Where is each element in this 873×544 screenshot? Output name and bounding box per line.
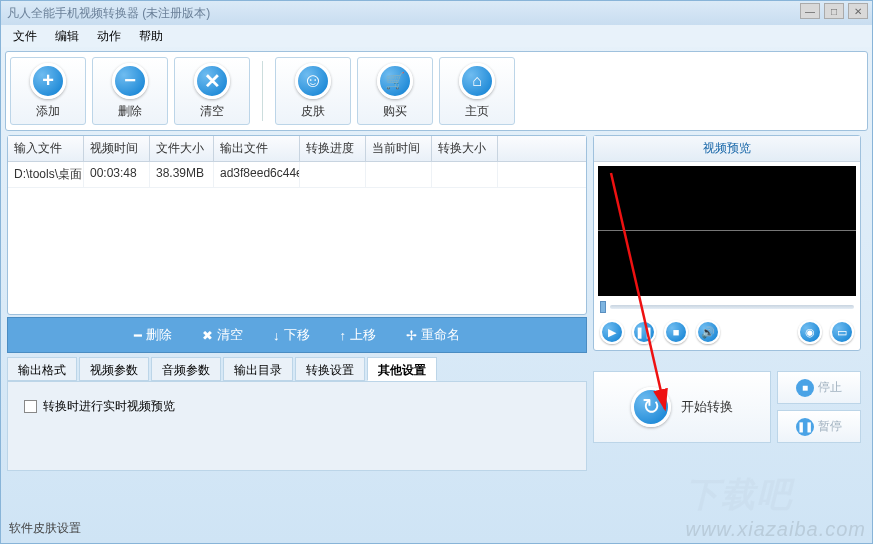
pause-icon: ❚❚ [796, 418, 814, 436]
clear-label: 清空 [200, 103, 224, 120]
start-convert-label: 开始转换 [681, 398, 733, 416]
preview-slider[interactable] [594, 300, 860, 314]
list-rename-button[interactable]: ✢重命名 [406, 326, 460, 344]
arrow-down-icon: ↓ [273, 328, 280, 343]
add-button[interactable]: + 添加 [10, 57, 86, 125]
cell-csize [432, 162, 498, 187]
slider-track[interactable] [610, 305, 854, 309]
slider-handle[interactable] [600, 301, 606, 313]
list-movedown-button[interactable]: ↓下移 [273, 326, 310, 344]
table-header: 输入文件 视频时间 文件大小 输出文件 转换进度 当前时间 转换大小 [8, 136, 586, 162]
play-icon: ▶ [608, 326, 616, 339]
play-button[interactable]: ▶ [600, 320, 624, 344]
realtime-preview-option[interactable]: 转换时进行实时视频预览 [24, 398, 570, 415]
tab-output-format[interactable]: 输出格式 [7, 357, 77, 381]
menu-action[interactable]: 动作 [91, 26, 127, 47]
tab-content-other: 转换时进行实时视频预览 [7, 381, 587, 471]
list-moveup-button[interactable]: ↑上移 [340, 326, 377, 344]
realtime-preview-label: 转换时进行实时视频预览 [43, 398, 175, 415]
col-input[interactable]: 输入文件 [8, 136, 84, 161]
skin-button[interactable]: ☺ 皮肤 [275, 57, 351, 125]
checkbox-icon[interactable] [24, 400, 37, 413]
table-row[interactable]: D:\tools\桌面… 00:03:48 38.39MB ad3f8eed6c… [8, 162, 586, 188]
menu-file[interactable]: 文件 [7, 26, 43, 47]
window-title: 凡人全能手机视频转换器 (未注册版本) [7, 5, 210, 22]
player-controls: ▶ ❚❚ ■ 🔊 ◉ ▭ [594, 314, 860, 350]
settings-tabs: 输出格式 视频参数 音频参数 输出目录 转换设置 其他设置 [7, 357, 587, 381]
speaker-icon: 🔊 [701, 326, 715, 339]
home-button[interactable]: ⌂ 主页 [439, 57, 515, 125]
tab-other-settings[interactable]: 其他设置 [367, 357, 437, 381]
tab-output-dir[interactable]: 输出目录 [223, 357, 293, 381]
pause-label: 暂停 [818, 418, 842, 435]
tab-audio-params[interactable]: 音频参数 [151, 357, 221, 381]
preview-panel: 视频预览 ▶ ❚❚ ■ 🔊 ◉ ▭ [593, 135, 861, 351]
clear-button[interactable]: ✕ 清空 [174, 57, 250, 125]
file-table: 输入文件 视频时间 文件大小 输出文件 转换进度 当前时间 转换大小 D:\to… [7, 135, 587, 315]
rename-icon: ✢ [406, 328, 417, 343]
x-icon: ✖ [202, 328, 213, 343]
cart-icon: 🛒 [377, 63, 413, 99]
preview-title: 视频预览 [594, 136, 860, 162]
folder-icon: ▭ [837, 326, 847, 339]
add-label: 添加 [36, 103, 60, 120]
stop-button[interactable]: ■ [664, 320, 688, 344]
tab-video-params[interactable]: 视频参数 [79, 357, 149, 381]
col-output[interactable]: 输出文件 [214, 136, 300, 161]
home-label: 主页 [465, 103, 489, 120]
home-icon: ⌂ [459, 63, 495, 99]
pause-convert-button[interactable]: ❚❚ 暂停 [777, 410, 861, 443]
list-clear-button[interactable]: ✖清空 [202, 326, 243, 344]
pause-button[interactable]: ❚❚ [632, 320, 656, 344]
watermark: 下载吧 www.xiazaiba.com [685, 472, 866, 541]
menu-help[interactable]: 帮助 [133, 26, 169, 47]
col-curtime[interactable]: 当前时间 [366, 136, 432, 161]
col-progress[interactable]: 转换进度 [300, 136, 366, 161]
col-vtime[interactable]: 视频时间 [84, 136, 150, 161]
stop-label: 停止 [818, 379, 842, 396]
x-icon: ✕ [194, 63, 230, 99]
tab-convert-settings[interactable]: 转换设置 [295, 357, 365, 381]
col-csize[interactable]: 转换大小 [432, 136, 498, 161]
delete-label: 删除 [118, 103, 142, 120]
cell-progress [300, 162, 366, 187]
buy-label: 购买 [383, 103, 407, 120]
maximize-button[interactable]: □ [824, 3, 844, 19]
skin-settings-link[interactable]: 软件皮肤设置 [9, 520, 81, 537]
snapshot-button[interactable]: ◉ [798, 320, 822, 344]
stop-icon: ■ [673, 326, 680, 338]
preview-video [598, 166, 856, 296]
volume-button[interactable]: 🔊 [696, 320, 720, 344]
skin-label: 皮肤 [301, 103, 325, 120]
start-convert-button[interactable]: ↻ 开始转换 [593, 371, 771, 443]
buy-button[interactable]: 🛒 购买 [357, 57, 433, 125]
delete-button[interactable]: − 删除 [92, 57, 168, 125]
cell-fsize: 38.39MB [150, 162, 214, 187]
open-button[interactable]: ▭ [830, 320, 854, 344]
list-delete-button[interactable]: ━删除 [134, 326, 172, 344]
minus-icon: ━ [134, 328, 142, 343]
cell-vtime: 00:03:48 [84, 162, 150, 187]
menu-edit[interactable]: 编辑 [49, 26, 85, 47]
cell-input: D:\tools\桌面… [8, 162, 84, 187]
stop-convert-button[interactable]: ■ 停止 [777, 371, 861, 404]
stop-icon: ■ [796, 379, 814, 397]
minus-icon: − [112, 63, 148, 99]
toolbar: + 添加 − 删除 ✕ 清空 ☺ 皮肤 🛒 购买 ⌂ [5, 51, 868, 131]
close-button[interactable]: ✕ [848, 3, 868, 19]
arrow-up-icon: ↑ [340, 328, 347, 343]
camera-icon: ◉ [805, 326, 815, 339]
cell-curtime [366, 162, 432, 187]
menubar: 文件 编辑 动作 帮助 [1, 25, 872, 47]
col-fsize[interactable]: 文件大小 [150, 136, 214, 161]
pause-icon: ❚❚ [635, 326, 653, 339]
smile-icon: ☺ [295, 63, 331, 99]
plus-icon: + [30, 63, 66, 99]
minimize-button[interactable]: — [800, 3, 820, 19]
cell-output: ad3f8eed6c44e0 [214, 162, 300, 187]
titlebar: 凡人全能手机视频转换器 (未注册版本) — □ ✕ [1, 1, 872, 25]
list-actions-bar: ━删除 ✖清空 ↓下移 ↑上移 ✢重命名 [7, 317, 587, 353]
toolbar-divider [262, 61, 263, 121]
convert-arrow-icon: ↻ [631, 387, 671, 427]
